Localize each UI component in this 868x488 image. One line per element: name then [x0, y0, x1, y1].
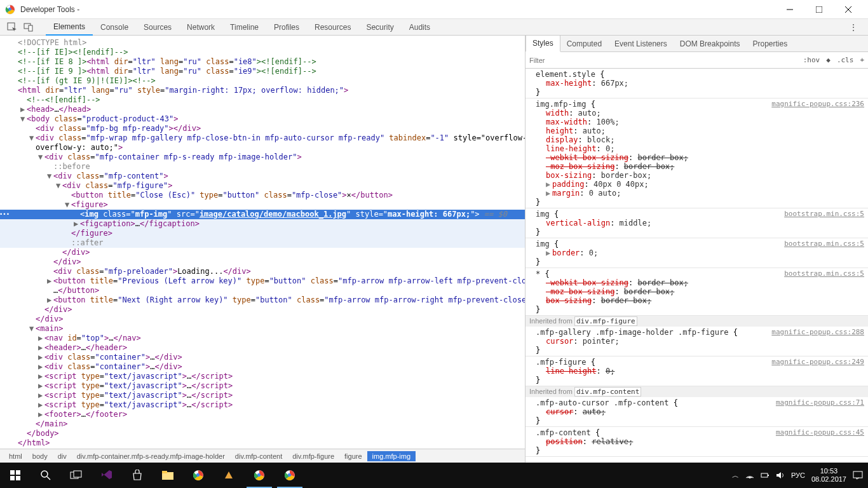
tab-elements[interactable]: Elements [46, 19, 93, 36]
svg-rect-8 [29, 25, 32, 31]
window-titlebar: Developer Tools - [0, 0, 868, 19]
hov-toggle[interactable]: :hov [803, 56, 820, 64]
chrome-icon [5, 4, 15, 15]
taskbar-app-chrome2[interactable] [244, 463, 275, 488]
new-rule-icon[interactable]: + [860, 56, 864, 64]
devtools-toolbar: Elements Console Sources Network Timelin… [0, 19, 868, 36]
tab-resources[interactable]: Resources [307, 19, 358, 36]
taskbar-app-chrome3[interactable] [275, 463, 305, 488]
crumb[interactable]: div.mfp-content [230, 451, 287, 461]
svg-rect-27 [768, 475, 769, 476]
taskbar-app-vs[interactable] [92, 463, 122, 488]
windows-taskbar: ︿ РУС 10:53 08.02.2017 [0, 463, 868, 488]
window-title: Developer Tools - [20, 5, 775, 14]
styles-panel: Styles Computed Event Listeners DOM Brea… [525, 36, 868, 463]
svg-rect-26 [761, 473, 768, 477]
svg-rect-11 [10, 476, 15, 480]
elements-panel: <!DOCTYPE html><!--[if IE]><![endif]--><… [0, 36, 525, 463]
pin-icon[interactable]: ◆ [826, 56, 831, 64]
svg-rect-9 [10, 470, 15, 475]
tab-timeline[interactable]: Timeline [222, 19, 266, 36]
crumb[interactable]: div.mfp-container.mfp-s-ready.mfp-image-… [72, 451, 230, 461]
stab-event-listeners[interactable]: Event Listeners [608, 36, 674, 52]
svg-rect-28 [853, 471, 862, 478]
device-toggle-icon[interactable] [22, 20, 36, 34]
crumb[interactable]: img.mfp-img [367, 451, 416, 461]
tray-chevron-up-icon[interactable]: ︿ [732, 471, 739, 480]
tab-profiles[interactable]: Profiles [266, 19, 307, 36]
taskbar-app-explorer[interactable] [153, 463, 183, 488]
tab-audits[interactable]: Audits [402, 19, 438, 36]
tray-volume-icon[interactable] [776, 471, 785, 479]
crumb[interactable]: body [27, 451, 53, 461]
crumb[interactable]: html [4, 451, 27, 461]
styles-filter-input[interactable] [529, 57, 803, 64]
breadcrumb: html body div div.mfp-container.mfp-s-re… [0, 449, 525, 463]
maximize-button[interactable] [804, 0, 834, 19]
taskbar-app-store[interactable] [122, 463, 153, 488]
close-button[interactable] [834, 0, 863, 19]
svg-rect-3 [816, 6, 822, 13]
taskbar-app-misc[interactable] [214, 463, 244, 488]
svg-rect-10 [16, 470, 20, 475]
svg-line-14 [47, 477, 50, 480]
cls-toggle[interactable]: .cls [837, 56, 854, 64]
system-tray: ︿ РУС 10:53 08.02.2017 [732, 467, 868, 484]
dom-tree[interactable]: <!DOCTYPE html><!--[if IE]><![endif]--><… [0, 36, 525, 449]
tray-language[interactable]: РУС [791, 471, 805, 479]
more-icon[interactable]: ⋮ [844, 22, 863, 32]
task-view-icon[interactable] [61, 463, 92, 488]
inspect-element-icon[interactable] [5, 20, 19, 34]
svg-rect-18 [162, 471, 167, 473]
tray-notifications-icon[interactable] [853, 471, 863, 480]
start-button[interactable] [0, 463, 31, 488]
svg-point-25 [749, 477, 750, 478]
tray-power-icon[interactable] [761, 471, 770, 479]
crumb[interactable]: div.mfp-figure [287, 451, 339, 461]
stab-dom-breakpoints[interactable]: DOM Breakpoints [674, 36, 747, 52]
stab-styles[interactable]: Styles [526, 36, 560, 52]
svg-point-13 [41, 471, 48, 477]
stab-computed[interactable]: Computed [560, 36, 608, 52]
taskbar-app-chrome1[interactable] [183, 463, 214, 488]
tray-clock[interactable]: 10:53 08.02.2017 [811, 467, 846, 484]
tab-security[interactable]: Security [358, 19, 401, 36]
tab-network[interactable]: Network [179, 19, 222, 36]
search-icon[interactable] [31, 463, 61, 488]
tray-network-icon[interactable] [745, 471, 754, 479]
svg-rect-16 [74, 471, 81, 477]
styles-content[interactable]: element.style {max-height: 667px;}magnif… [526, 69, 868, 463]
tab-console[interactable]: Console [93, 19, 136, 36]
crumb[interactable]: figure [339, 451, 367, 461]
crumb[interactable]: div [53, 451, 72, 461]
svg-rect-12 [16, 476, 20, 480]
stab-properties[interactable]: Properties [746, 36, 794, 52]
tab-sources[interactable]: Sources [136, 19, 179, 36]
minimize-button[interactable] [775, 0, 804, 19]
